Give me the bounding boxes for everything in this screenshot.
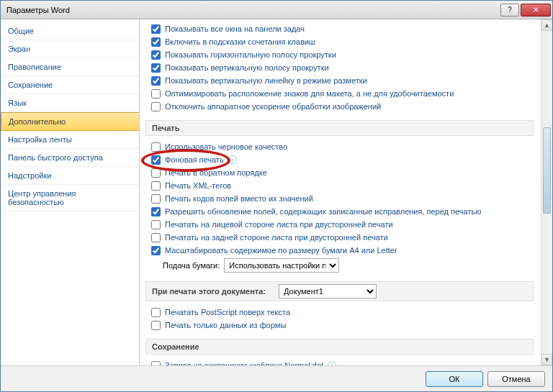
option-checkbox[interactable] — [151, 168, 161, 178]
option-checkbox[interactable] — [151, 155, 161, 165]
option-row: Печатать на задней стороне листа при дву… — [145, 231, 534, 244]
option-row: Разрешить обновление полей, содержащих з… — [145, 205, 534, 218]
option-checkbox[interactable] — [151, 37, 161, 47]
settings-content: Показывать все окна на панели задачВключ… — [140, 19, 552, 365]
option-checkbox[interactable] — [151, 361, 161, 366]
option-label: Печать только данных из формы — [165, 319, 286, 331]
option-label: Фоновая печать — [165, 154, 224, 165]
option-label: Печать в обратном порядке — [165, 167, 267, 178]
option-row: Включить в подсказки сочетания клавиш — [145, 35, 534, 48]
option-label: Использовать черновое качество — [165, 141, 287, 152]
option-row: Печать кодов полей вместо их значений — [145, 192, 534, 205]
window-title: Параметры Word — [6, 6, 70, 14]
option-label: Печатать на задней стороне листа при дву… — [165, 232, 388, 243]
option-row: Печатать на лицевой стороне листа при дв… — [145, 218, 534, 231]
sidebar-item[interactable]: Сохранение — [1, 76, 139, 94]
option-checkbox[interactable] — [151, 207, 161, 216]
option-label: Печать XML-тегов — [165, 180, 231, 191]
option-row: Печать в обратном порядке — [145, 166, 534, 179]
option-checkbox[interactable] — [151, 89, 161, 99]
option-checkbox[interactable] — [151, 220, 161, 229]
print-doc-header-label: При печати этого документа: — [152, 287, 266, 296]
option-label: Показывать вертикальную линейку в режиме… — [165, 75, 367, 86]
option-checkbox[interactable] — [151, 246, 161, 255]
option-checkbox[interactable] — [151, 50, 161, 60]
option-label: Оптимизировать расположение знаков для м… — [165, 88, 454, 99]
option-row: Показывать вертикальную линейку в режиме… — [145, 74, 534, 87]
option-row: Показывать все окна на панели задач — [145, 22, 534, 35]
scroll-up-arrow[interactable]: ▲ — [541, 19, 552, 31]
info-icon[interactable]: i — [328, 361, 336, 365]
option-row: Печать XML-тегов — [145, 179, 534, 192]
ok-button[interactable]: ОК — [426, 371, 483, 387]
paper-feed-label: Подача бумаги: — [163, 261, 220, 270]
option-checkbox[interactable] — [151, 102, 161, 111]
paper-feed-select[interactable]: Использовать настройки п... — [224, 258, 339, 273]
sidebar-item[interactable]: Общие — [1, 22, 139, 40]
option-label: Печать кодов полей вместо их значений — [165, 193, 313, 204]
option-label: Включить в подсказки сочетания клавиш — [165, 36, 315, 47]
option-row: Масштабировать содержимое по размеру бум… — [145, 244, 534, 257]
option-label: Печатать PostScript поверх текста — [165, 306, 290, 318]
option-label: Разрешить обновление полей, содержащих з… — [165, 206, 481, 217]
scroll-down-arrow[interactable]: ▼ — [541, 354, 552, 365]
option-label: Отключить аппаратное ускорение обработки… — [165, 101, 381, 112]
dialog-footer: ОК Отмена — [1, 365, 552, 391]
option-row: Печатать PostScript поверх текста — [145, 306, 534, 319]
option-label: Запрос на сохранение шаблона Normal.dot — [165, 360, 323, 365]
option-checkbox[interactable] — [151, 181, 161, 191]
option-label: Показывать все окна на панели задач — [165, 23, 305, 35]
option-row: Показывать горизонтальную полосу прокрут… — [145, 48, 534, 61]
option-label: Масштабировать содержимое по размеру бум… — [165, 245, 397, 256]
help-button[interactable]: ? — [500, 4, 519, 17]
section-print-doc: При печати этого документа: Документ1 — [145, 281, 534, 301]
section-save: Сохранение — [145, 339, 534, 355]
scroll-thumb[interactable] — [543, 127, 551, 214]
paper-feed-row: Подача бумаги: Использовать настройки п.… — [145, 257, 534, 274]
option-checkbox[interactable] — [151, 76, 161, 86]
option-checkbox[interactable] — [151, 233, 161, 242]
sidebar-item[interactable]: Центр управления безопасностью — [1, 185, 139, 211]
sidebar-item[interactable]: Надстройки — [1, 167, 139, 185]
print-doc-select[interactable]: Документ1 — [279, 284, 377, 298]
option-row: Запрос на сохранение шаблона Normal.doti — [145, 359, 534, 365]
info-icon[interactable]: i — [228, 155, 237, 164]
sidebar-item[interactable]: Правописание — [1, 58, 139, 76]
dialog-body: ОбщиеЭкранПравописаниеСохранениеЯзыкДопо… — [1, 19, 552, 365]
vertical-scrollbar[interactable]: ▲ ▼ — [541, 19, 552, 365]
category-sidebar: ОбщиеЭкранПравописаниеСохранениеЯзыкДопо… — [1, 19, 140, 365]
cancel-button[interactable]: Отмена — [487, 371, 545, 387]
titlebar: Параметры Word ? ✕ — [1, 1, 552, 19]
sidebar-item[interactable]: Экран — [1, 40, 139, 58]
option-row: Отключить аппаратное ускорение обработки… — [145, 100, 534, 113]
option-checkbox[interactable] — [151, 142, 161, 152]
option-row: Использовать черновое качество — [145, 140, 534, 153]
option-checkbox[interactable] — [151, 24, 161, 34]
sidebar-item[interactable]: Настройка ленты — [1, 131, 139, 149]
sidebar-item[interactable]: Язык — [1, 94, 139, 112]
option-row: Оптимизировать расположение знаков для м… — [145, 87, 534, 100]
option-checkbox[interactable] — [151, 194, 161, 204]
option-row: Печать только данных из формы — [145, 319, 534, 332]
option-checkbox[interactable] — [151, 321, 161, 330]
option-row: Показывать вертикальную полосу прокрутки — [145, 61, 534, 74]
option-checkbox[interactable] — [151, 308, 161, 317]
word-options-dialog: Параметры Word ? ✕ ОбщиеЭкранПравописани… — [0, 0, 553, 392]
section-print: Печать — [145, 120, 534, 136]
option-label: Показывать вертикальную полосу прокрутки — [165, 62, 329, 73]
sidebar-item[interactable]: Дополнительно — [1, 112, 139, 131]
option-checkbox[interactable] — [151, 63, 161, 73]
option-label: Печатать на лицевой стороне листа при дв… — [165, 219, 393, 230]
option-row: Фоновая печатьi — [145, 153, 534, 166]
option-label: Показывать горизонтальную полосу прокрут… — [165, 49, 336, 60]
sidebar-item[interactable]: Панель быстрого доступа — [1, 149, 139, 167]
close-button[interactable]: ✕ — [521, 4, 551, 17]
